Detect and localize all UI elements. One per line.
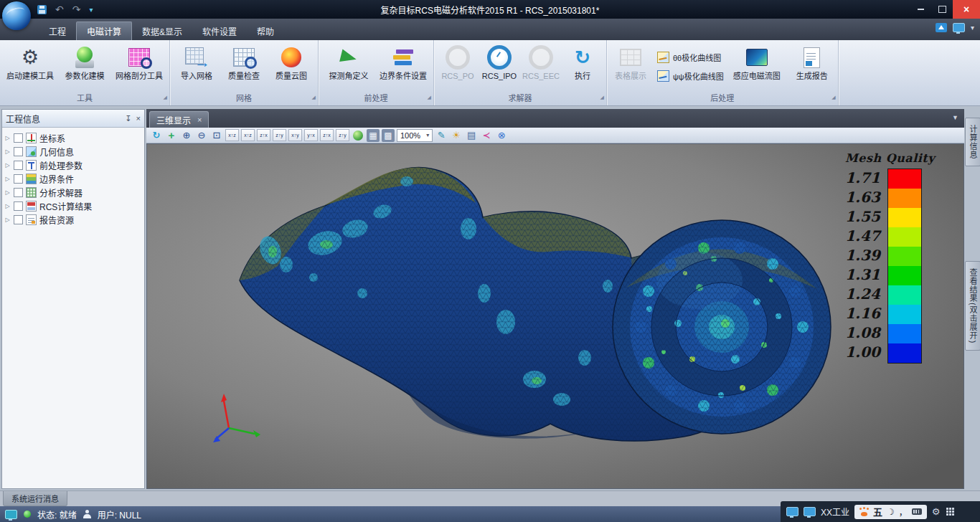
quality-cloud-button[interactable]: 质量云图 <box>268 42 315 81</box>
shaded-view-icon[interactable] <box>352 129 364 142</box>
tab-em-computation[interactable]: 电磁计算 <box>76 22 132 40</box>
tree-item-rcs-results[interactable]: ▷ RCS计算结果 <box>2 199 144 213</box>
wireframe-icon[interactable]: ▦ <box>367 129 380 142</box>
ribbon-options-caret-icon[interactable]: ▾ <box>971 24 974 32</box>
boundary-condition-button[interactable]: 边界条件设置 <box>376 42 430 81</box>
import-mesh-icon: → <box>185 47 208 67</box>
dialog-launcher-icon[interactable]: ◢ <box>600 92 604 103</box>
rcs-ipo-button[interactable]: RCS_IPO <box>479 42 520 81</box>
soft-keyboard-icon[interactable] <box>912 508 922 515</box>
generate-report-button[interactable]: 生成报告 <box>789 42 835 81</box>
expand-arrow-icon[interactable]: ▷ <box>4 148 11 155</box>
maximize-button[interactable] <box>931 0 953 19</box>
expand-arrow-icon[interactable]: ▷ <box>4 135 11 141</box>
view-top-button[interactable]: x↑y <box>288 129 302 141</box>
execute-button[interactable]: ↻ 执行 <box>562 42 603 81</box>
view-iso1-button[interactable]: z↑x <box>320 129 334 141</box>
tree-item-boundary-conditions[interactable]: ▷ 边界条件 <box>2 172 144 186</box>
tab-data-display[interactable]: 数据&显示 <box>132 22 192 40</box>
checkbox[interactable] <box>14 215 23 224</box>
viewport-3d[interactable]: Mesh Quality 1.71 1.63 1.55 1.47 1.39 1.… <box>146 143 964 489</box>
tree-item-preprocess-params[interactable]: ▷ 前处理参数 <box>2 158 144 172</box>
dialog-launcher-icon[interactable]: ◢ <box>164 92 167 103</box>
expand-arrow-icon[interactable]: ▷ <box>4 203 11 209</box>
orbit-icon[interactable]: ↻ <box>150 129 163 142</box>
view-left-button[interactable]: z↑x <box>257 129 270 141</box>
tab-system-messages[interactable]: 系统运行消息 <box>3 491 67 506</box>
rcs-eec-button[interactable]: RCS_EEC <box>520 42 562 81</box>
quick-access-caret-icon[interactable]: ▾ <box>89 6 93 14</box>
monitor-icon[interactable] <box>786 507 798 516</box>
mesh-partition-tool-button[interactable]: 网格剖分工具 <box>112 42 166 81</box>
expand-arrow-icon[interactable]: ▷ <box>4 176 11 182</box>
pan-icon[interactable]: + <box>165 129 178 142</box>
redo-icon[interactable]: ↷ <box>72 4 81 14</box>
view-iso2-button[interactable]: z↑y <box>336 129 349 141</box>
checkbox[interactable] <box>14 174 23 184</box>
view-front-button[interactable]: x↑z <box>225 129 239 141</box>
parametric-modeling-button[interactable]: 参数化建模 <box>57 42 112 81</box>
pin-icon[interactable]: ↧ <box>125 115 131 123</box>
tab-help[interactable]: 帮助 <box>247 22 284 40</box>
checkbox[interactable] <box>14 201 23 211</box>
tray-settings-icon[interactable]: ⚙ <box>932 507 941 516</box>
light-icon[interactable]: ☀ <box>450 129 463 142</box>
theta-polarization-curve-button[interactable]: θθ极化曲线图 <box>654 49 727 65</box>
tab-view-results[interactable]: 查看结果(双击展开) <box>965 261 980 351</box>
rcs-po-button[interactable]: RCS_PO <box>437 42 479 81</box>
checkbox[interactable] <box>14 133 23 143</box>
checkbox[interactable] <box>14 147 23 156</box>
save-icon[interactable] <box>37 5 47 14</box>
expand-arrow-icon[interactable]: ▷ <box>4 189 11 196</box>
view-bottom-button[interactable]: y↑x <box>304 129 318 141</box>
zoom-out-icon[interactable]: ⊖ <box>195 129 208 142</box>
psi-polarization-curve-button[interactable]: ψψ极化曲线图 <box>654 68 727 83</box>
tray-apps-icon[interactable] <box>946 508 948 510</box>
induction-current-map-button[interactable]: 感应电磁流图 <box>730 42 784 81</box>
monitor-icon[interactable] <box>804 507 816 516</box>
probe-angle-button[interactable]: 探测角定义 <box>321 42 376 81</box>
close-view-icon[interactable]: ⊗ <box>495 129 508 142</box>
theme-icon[interactable] <box>936 23 947 32</box>
dialog-launcher-icon[interactable]: ◢ <box>428 92 431 103</box>
display-icon[interactable] <box>953 23 965 32</box>
ime-width-toggle[interactable]: ☽ <box>887 507 895 517</box>
checkbox[interactable] <box>14 188 23 197</box>
expand-arrow-icon[interactable]: ▷ <box>4 217 11 223</box>
mesh-toggle-icon[interactable]: ▩ <box>382 129 395 142</box>
measure-icon[interactable]: ✎ <box>435 129 448 142</box>
minimize-button[interactable] <box>910 0 931 19</box>
tree-item-coordinate-system[interactable]: ▷ 坐标系 <box>2 131 144 145</box>
tab-computation-info[interactable]: 计算信息 <box>965 118 980 166</box>
checkbox[interactable] <box>14 161 23 170</box>
panel-close-icon[interactable]: × <box>136 115 141 123</box>
share-icon[interactable]: ≺ <box>480 129 493 142</box>
tab-list-icon[interactable]: ▼ <box>952 114 958 121</box>
import-mesh-button[interactable]: → 导入网格 <box>173 42 220 81</box>
close-button[interactable]: × <box>953 0 980 19</box>
tab-project[interactable]: 工程 <box>39 22 76 40</box>
dialog-launcher-icon[interactable]: ◢ <box>312 92 316 103</box>
panes-icon[interactable]: ▤ <box>465 129 478 142</box>
dialog-launcher-icon[interactable]: ◢ <box>831 92 835 103</box>
ime-punctuation-toggle[interactable]: ， <box>899 506 908 518</box>
undo-icon[interactable]: ↶ <box>55 4 64 14</box>
view-back-button[interactable]: x↑z <box>241 129 255 141</box>
view-right-button[interactable]: z↑y <box>273 129 286 141</box>
zoom-window-icon[interactable]: ⊡ <box>210 129 223 142</box>
zoom-in-icon[interactable]: ⊕ <box>180 129 193 142</box>
app-logo[interactable] <box>2 1 31 30</box>
tab-3d-display[interactable]: 三维显示 × <box>149 111 209 128</box>
table-display-button[interactable]: 表格展示 <box>610 42 651 81</box>
ime-wubi-toggle[interactable]: 五 <box>873 505 882 518</box>
tab-close-icon[interactable]: × <box>197 115 202 124</box>
tree-item-geometry-info[interactable]: ▷ 几何信息 <box>2 145 144 158</box>
tree-item-report-resources[interactable]: ▷ 报告资源 <box>2 213 144 227</box>
ime-logo-icon[interactable] <box>859 508 869 516</box>
zoom-select[interactable]: 100% ▾ <box>397 129 433 142</box>
quality-check-button[interactable]: 质量检查 <box>220 42 268 81</box>
expand-arrow-icon[interactable]: ▷ <box>4 162 11 169</box>
launch-modeling-tool-button[interactable]: ⚙ 启动建模工具 <box>3 42 57 81</box>
tree-item-analysis-solver[interactable]: ▷ 分析求解器 <box>2 186 144 199</box>
tab-software-settings[interactable]: 软件设置 <box>192 22 247 40</box>
